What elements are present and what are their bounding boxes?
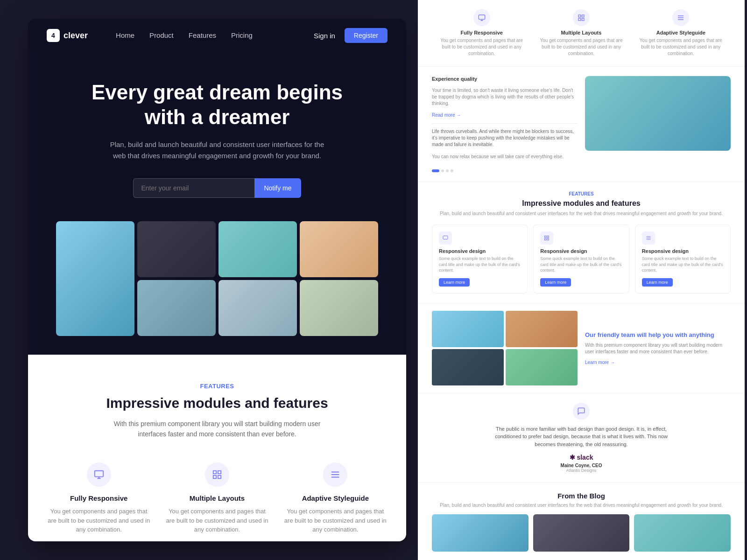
rp-quote-icon — [573, 403, 590, 420]
rp-team-img-3 — [432, 349, 504, 385]
rp-exp-quote: Life throws curveballs. And while there … — [432, 123, 578, 148]
rp-team-img-4 — [506, 349, 578, 385]
rp-card-1-desc: Some quick example text to build on the … — [439, 256, 521, 273]
svg-rect-5 — [479, 15, 485, 19]
sign-in-link[interactable]: Sign in — [314, 32, 335, 40]
rp-card-2-desc: Some quick example text to build on the … — [540, 256, 622, 273]
rp-card-3-title: Responsive design — [642, 248, 724, 254]
rp-features-cards-section: FEATURES Impressive modules and features… — [418, 182, 745, 303]
features-label: FEATURES — [47, 383, 388, 390]
rp-feat-2-title: Multiple Layouts — [536, 30, 626, 35]
rp-dot-3 — [446, 169, 449, 172]
feature-icon-layouts — [205, 462, 229, 487]
rp-blog-img-2 — [533, 514, 630, 552]
rp-read-more-link[interactable]: Read more → — [432, 112, 578, 118]
rp-dot-1 — [432, 169, 439, 172]
rp-quote-text: The public is more familiar with bad des… — [488, 425, 675, 448]
svg-rect-14 — [547, 238, 549, 240]
rp-dot-4 — [451, 169, 453, 172]
svg-rect-12 — [547, 236, 549, 238]
rp-team-images — [432, 311, 578, 385]
rp-team-section: Our friendly team will help you with any… — [418, 303, 745, 393]
hero-image-2 — [137, 221, 216, 277]
rp-card-1-btn[interactable]: Learn more — [439, 278, 470, 287]
feature-item-1: Fully Responsive You get components and … — [47, 462, 151, 534]
register-button[interactable]: Register — [345, 28, 388, 43]
notify-button[interactable]: Notify me — [254, 178, 301, 198]
feature-2-desc: You get components and pages that are bu… — [165, 507, 269, 534]
rp-blog-title: From the Blog — [432, 492, 731, 500]
right-panel-inner: Fully Responsive You get components and … — [418, 0, 745, 560]
rp-card-2-btn[interactable]: Learn more — [540, 278, 571, 287]
nav-home[interactable]: Home — [116, 31, 134, 39]
rp-card-3-btn[interactable]: Learn more — [642, 278, 673, 287]
svg-rect-6 — [578, 15, 581, 17]
layouts-icon — [212, 469, 222, 480]
feature-item-2: Multiple Layouts You get components and … — [165, 462, 269, 534]
svg-rect-11 — [545, 236, 547, 238]
logo[interactable]: 4 clever — [47, 29, 88, 42]
hero-image-4 — [300, 221, 378, 277]
rp-exp-right — [585, 76, 731, 172]
responsive-icon — [94, 469, 104, 480]
rp-exp-label: Experience quality — [432, 76, 578, 82]
hero-description: Plan, build and launch beautiful and con… — [105, 139, 329, 161]
rp-card-3: Responsive design Some quick example tex… — [635, 224, 731, 294]
nav-actions: Sign in Register — [314, 28, 388, 43]
rp-team-desc: With this premium component library you … — [585, 342, 731, 355]
svg-rect-2 — [218, 471, 221, 474]
hero-image-6 — [218, 280, 297, 336]
rp-layouts-icon — [573, 9, 590, 26]
brand-name: clever — [63, 31, 88, 41]
rp-experience-section: Experience quality Your time is limited,… — [418, 67, 745, 182]
hero-images — [47, 221, 388, 336]
rp-card-2-icon — [540, 231, 553, 245]
rp-quote-author: Maine Coyne, CEO — [432, 463, 731, 468]
rp-team-img-2 — [506, 311, 578, 347]
rp-quote-section: The public is more familiar with bad des… — [418, 393, 745, 483]
hero-headline: Every great dream begins with a dreamer — [47, 80, 388, 130]
svg-rect-4 — [218, 476, 221, 478]
hero-image-7 — [300, 280, 378, 336]
rp-card-1-title: Responsive design — [439, 248, 521, 254]
rp-team-title: Our friendly team will help you with any… — [585, 331, 731, 338]
rp-feat-3-desc: You get components and pages that are bu… — [636, 37, 726, 57]
nav-product[interactable]: Product — [149, 31, 174, 39]
right-panel: Fully Responsive You get components and … — [418, 0, 745, 560]
email-input[interactable] — [133, 178, 254, 198]
rp-exp-text1: Your time is limited, so don't waste it … — [432, 87, 578, 107]
features-grid: Fully Responsive You get components and … — [47, 462, 388, 534]
svg-rect-1 — [213, 471, 216, 474]
rp-blog-grid — [432, 514, 731, 552]
feature-3-desc: You get components and pages that are bu… — [283, 507, 388, 534]
rp-feat-2-desc: You get components and pages that are bu… — [536, 37, 626, 57]
rp-feat-1-title: Fully Responsive — [437, 30, 527, 35]
svg-rect-7 — [582, 15, 584, 17]
rp-blog-section: From the Blog Plan, build and launch bea… — [418, 483, 745, 560]
rp-feat-1-desc: You get components and pages that are bu… — [437, 37, 527, 57]
rp-feat-3-title: Adaptive Styleguide — [636, 30, 726, 35]
nav-features[interactable]: Features — [189, 31, 216, 39]
rp-team-learn-more[interactable]: Learn more → — [585, 360, 731, 365]
main-panel: 4 clever Home Product Features Pricing S… — [28, 19, 406, 541]
rp-features-section-desc: Plan, build and launch beautiful and con… — [432, 210, 731, 217]
rp-quote-brand: ✱ slack — [432, 454, 731, 461]
rp-slack-brand: ✱ slack — [570, 454, 593, 461]
rp-experience-photo — [585, 76, 731, 151]
feature-icon-responsive — [87, 462, 111, 487]
rp-card-3-icon — [642, 231, 655, 245]
feature-3-title: Adaptive Styleguide — [283, 494, 388, 502]
rp-exp-quote2: You can now relax because we will take c… — [432, 154, 578, 160]
rp-features-badge: FEATURES — [432, 191, 731, 196]
feature-1-desc: You get components and pages that are bu… — [47, 507, 151, 534]
hero-section: Every great dream begins with a dreamer … — [28, 52, 406, 355]
rp-team-img-1 — [432, 311, 504, 347]
nav-pricing[interactable]: Pricing — [231, 31, 253, 39]
svg-rect-13 — [545, 238, 547, 240]
rp-card-1: Responsive design Some quick example tex… — [432, 224, 528, 294]
svg-rect-0 — [94, 471, 103, 477]
rp-dot-2 — [441, 169, 444, 172]
rp-features-section-title: Impressive modules and features — [432, 199, 731, 208]
navigation: 4 clever Home Product Features Pricing S… — [28, 19, 406, 52]
rp-card-2: Responsive design Some quick example tex… — [533, 224, 629, 294]
